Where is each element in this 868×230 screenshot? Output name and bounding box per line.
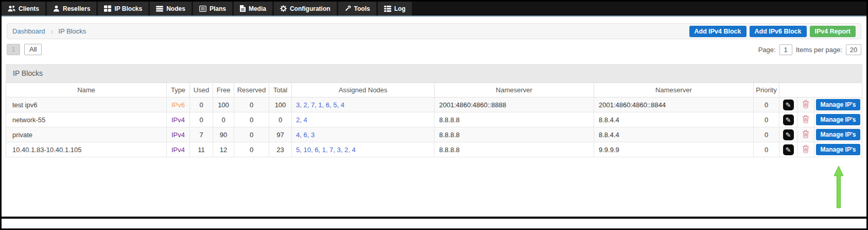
table-row: private IPv4 7 90 0 97 4, 6, 3 8.8.8.8 8… [6, 127, 862, 142]
breadcrumb-dashboard-link[interactable]: Dashboard [12, 27, 45, 35]
block-free: 90 [213, 127, 234, 142]
gear-icon [280, 5, 287, 12]
table-row: network-55 IPv4 0 0 0 0 2, 4 8.8.8.8 8.8… [6, 112, 862, 127]
manage-ips-button[interactable]: Manage IP's [816, 144, 861, 155]
col-header-used: Used [190, 83, 213, 97]
block-total: 23 [269, 142, 292, 157]
panel-title: IP Blocks [6, 64, 862, 83]
manage-ips-button[interactable]: Manage IP's [816, 99, 861, 110]
block-used: 11 [190, 142, 213, 157]
page-all-button[interactable]: All [24, 44, 42, 55]
edit-icon[interactable]: ✎ [783, 100, 794, 110]
nav-item-clients[interactable]: Clients [2, 2, 45, 15]
edit-icon[interactable]: ✎ [783, 144, 794, 155]
col-header-reserved: Reserved [234, 83, 269, 97]
nameserver1: 8.8.8.8 [435, 142, 594, 157]
priority: 0 [754, 142, 779, 157]
content-bottom-divider [2, 217, 866, 219]
delete-icon[interactable] [802, 115, 809, 123]
header-actions: Add IPv4 Block Add IPv6 Block IPv4 Repor… [689, 26, 856, 37]
nav-item-label: Configuration [290, 5, 331, 12]
delete-icon[interactable] [802, 145, 809, 153]
items-per-page-input[interactable] [846, 44, 861, 55]
add-ipv4-block-button[interactable]: Add IPv4 Block [689, 26, 747, 37]
nav-item-plans[interactable]: Plans [193, 2, 232, 15]
nav-item-label: Clients [19, 5, 39, 12]
nameserver2: 8.8.4.4 [594, 112, 754, 127]
block-type: IPv4 [167, 142, 190, 157]
assigned-nodes-links[interactable]: 2, 4 [296, 116, 307, 124]
add-ipv6-block-button[interactable]: Add IPv6 Block [750, 26, 807, 37]
nameserver2: 8.8.4.4 [594, 127, 754, 142]
delete-icon[interactable] [802, 130, 809, 138]
table-header-row: Name Type Used Free Reserved Total Assig… [6, 83, 862, 97]
block-free: 0 [213, 112, 234, 127]
user-icon [53, 5, 60, 12]
col-header-actions [779, 83, 862, 97]
nav-item-label: Plans [210, 5, 226, 12]
block-name: 10.40.1.83-10.40.1.105 [6, 142, 167, 157]
assigned-nodes-links[interactable]: 4, 6, 3 [296, 131, 315, 139]
chevron-right-icon: › [50, 27, 54, 36]
edit-icon[interactable]: ✎ [783, 129, 794, 140]
nav-item-resellers[interactable]: Resellers [47, 2, 96, 15]
priority: 0 [754, 112, 779, 127]
col-header-name: Name [6, 83, 167, 97]
assigned-nodes-links[interactable]: 5, 10, 6, 1, 7, 3, 2, 4 [296, 146, 356, 154]
block-used: 7 [190, 127, 213, 142]
block-name: network-55 [6, 112, 167, 127]
wrench-icon [344, 5, 351, 12]
block-name: test ipv6 [6, 97, 167, 112]
grid-icon [104, 5, 111, 12]
block-used: 0 [190, 97, 213, 112]
breadcrumb-current: IP Blocks [58, 27, 86, 35]
page-label: Page: [758, 46, 776, 54]
table-icon [384, 6, 391, 12]
nav-item-configuration[interactable]: Configuration [274, 2, 337, 15]
block-reserved: 0 [234, 142, 269, 157]
nameserver2: 9.9.9.9 [594, 142, 754, 157]
ipv4-report-button[interactable]: IPv4 Report [810, 26, 856, 37]
block-type: IPv4 [167, 112, 190, 127]
nameserver1: 2001:4860:4860::8888 [435, 97, 594, 112]
file-icon [240, 5, 246, 12]
col-header-type: Type [167, 83, 190, 97]
list-icon [199, 6, 206, 12]
users-icon [8, 5, 15, 12]
col-header-nameserver1: Nameserver [435, 83, 594, 97]
nameserver1: 8.8.8.8 [435, 112, 594, 127]
col-header-assigned-nodes: Assigned Nodes [292, 83, 435, 97]
green-arrow-up-annotation [834, 166, 844, 211]
nav-item-label: Tools [354, 5, 370, 12]
block-total: 97 [269, 127, 292, 142]
nav-item-ip-blocks[interactable]: IP Blocks [98, 2, 148, 15]
manage-ips-button[interactable]: Manage IP's [816, 114, 861, 125]
table-row: 10.40.1.83-10.40.1.105 IPv4 11 12 0 23 5… [6, 142, 862, 157]
nav-item-label: Nodes [166, 5, 185, 12]
manage-ips-button[interactable]: Manage IP's [816, 129, 861, 140]
nav-item-nodes[interactable]: Nodes [150, 2, 192, 15]
nav-item-log[interactable]: Log [378, 2, 412, 15]
block-reserved: 0 [234, 127, 269, 142]
block-total: 100 [269, 97, 292, 112]
ip-blocks-panel: IP Blocks Name Type Used Free Reserved T… [6, 64, 862, 157]
pagination-row: 1 All Page: Items per page: [7, 44, 861, 55]
block-free: 100 [213, 97, 234, 112]
page-size-controls: Page: Items per page: [758, 44, 861, 55]
nameserver1: 8.8.8.8 [435, 127, 594, 142]
server-icon [156, 6, 163, 12]
edit-icon[interactable]: ✎ [783, 114, 794, 125]
priority: 0 [754, 97, 779, 112]
delete-icon[interactable] [802, 100, 809, 108]
ip-blocks-table: Name Type Used Free Reserved Total Assig… [6, 83, 862, 157]
nav-item-media[interactable]: Media [234, 2, 272, 15]
nav-item-label: Media [249, 5, 266, 12]
block-type: IPv4 [167, 127, 190, 142]
assigned-nodes-links[interactable]: 3, 2, 7, 1, 6, 5, 4 [296, 101, 344, 109]
page-input[interactable] [779, 44, 792, 55]
block-type: IPv6 [167, 97, 190, 112]
page-1-button[interactable]: 1 [7, 44, 20, 55]
nav-item-tools[interactable]: Tools [338, 2, 376, 15]
col-header-total: Total [269, 83, 292, 97]
nav-item-label: IP Blocks [114, 5, 142, 12]
